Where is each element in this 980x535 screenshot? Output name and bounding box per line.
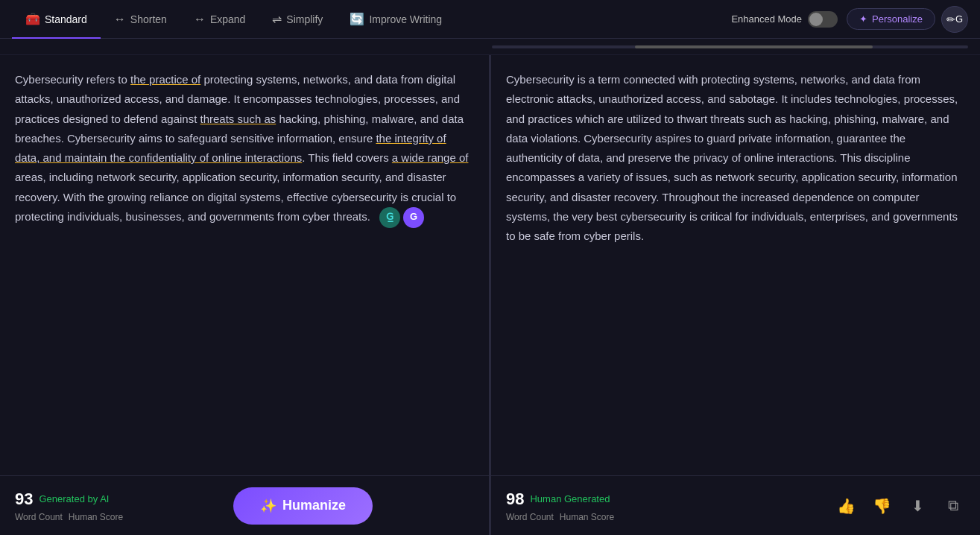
- download-icon: ⬇: [911, 497, 924, 515]
- grammarly-icon[interactable]: G̲: [379, 207, 400, 228]
- standard-icon: 🧰: [25, 12, 40, 26]
- tab-shorten[interactable]: ↔ Shorten: [101, 0, 180, 39]
- right-stats: 98 Human Generated Word Count Human Scor…: [506, 490, 614, 522]
- thumbs-up-button[interactable]: 👍: [834, 494, 858, 518]
- tab-standard-label: Standard: [45, 13, 87, 25]
- thumbs-down-icon: 👎: [873, 497, 891, 515]
- g-icon: ✏: [946, 13, 955, 25]
- tab-simplify[interactable]: ⇌ Simplify: [259, 0, 336, 39]
- right-top-row: 98 Human Generated: [506, 490, 614, 509]
- download-button[interactable]: ⬇: [905, 494, 929, 518]
- thumbs-up-icon: 👍: [837, 497, 856, 515]
- copy-button[interactable]: ⧉: [941, 494, 965, 518]
- expand-icon: ↔: [194, 13, 206, 26]
- tab-standard[interactable]: 🧰 Standard: [12, 0, 101, 39]
- left-human-score-label: Human Score: [69, 512, 123, 522]
- highlight-integrity: the integrity of data, and maintain the …: [15, 132, 446, 164]
- main-content: Cybersecurity refers to the practice of …: [0, 55, 980, 535]
- scroll-track: [492, 45, 968, 48]
- tab-improve-label: Improve Writing: [369, 13, 442, 25]
- right-panel-scroll[interactable]: Cybersecurity is a term connected with p…: [491, 55, 980, 475]
- humanize-icon: ✨: [260, 498, 276, 514]
- highlight-wide-range: a wide range of: [392, 151, 469, 164]
- simplify-icon: ⇌: [272, 12, 282, 26]
- personalize-button[interactable]: ✦ Personalize: [847, 8, 935, 30]
- right-word-count-number: 98: [506, 490, 524, 509]
- tab-expand[interactable]: ↔ Expand: [180, 0, 259, 39]
- top-navigation: 🧰 Standard ↔ Shorten ↔ Expand ⇌ Simplify…: [0, 0, 980, 39]
- humanize-button[interactable]: ✨ Humanize: [233, 487, 373, 525]
- left-panel: Cybersecurity refers to the practice of …: [0, 55, 490, 535]
- enhanced-mode-label: Enhanced Mode: [731, 13, 802, 25]
- horizontal-scroll-bar[interactable]: [0, 39, 980, 55]
- enhanced-mode-control: Enhanced Mode: [731, 11, 838, 28]
- right-human-score-label: Human Score: [560, 512, 614, 522]
- g-label: G: [955, 13, 963, 25]
- tab-expand-label: Expand: [210, 13, 245, 25]
- right-footer-actions: 👍 👎 ⬇ ⧉: [834, 494, 965, 518]
- right-panel: Cybersecurity is a term connected with p…: [491, 55, 980, 535]
- left-panel-text: Cybersecurity refers to the practice of …: [15, 70, 474, 228]
- editor-icons: G̲ G: [379, 207, 424, 228]
- left-word-count-number: 93: [15, 490, 33, 509]
- right-word-count-label: Word Count: [506, 512, 554, 522]
- left-panel-footer: 93 Generated by AI Word Count Human Scor…: [0, 475, 489, 535]
- tab-improve-writing[interactable]: 🔄 Improve Writing: [336, 0, 455, 39]
- thumbs-down-button[interactable]: 👎: [870, 494, 894, 518]
- right-bottom-row: Word Count Human Score: [506, 510, 614, 522]
- toggle-knob: [809, 13, 823, 26]
- humanize-label: Humanize: [282, 498, 346, 513]
- tab-shorten-label: Shorten: [130, 13, 167, 25]
- left-stats: 93 Generated by AI Word Count Human Scor…: [15, 490, 123, 522]
- personalize-icon: ✦: [859, 13, 867, 25]
- improve-icon: 🔄: [350, 12, 364, 26]
- enhanced-mode-toggle[interactable]: [808, 11, 838, 28]
- left-bottom-row: Word Count Human Score: [15, 510, 123, 522]
- highlight-practice: the practice of: [130, 73, 200, 86]
- tab-simplify-label: Simplify: [286, 13, 323, 25]
- right-panel-footer: 98 Human Generated Word Count Human Scor…: [491, 475, 980, 535]
- left-panel-scroll[interactable]: Cybersecurity refers to the practice of …: [0, 55, 489, 475]
- right-human-label: Human Generated: [530, 493, 610, 504]
- left-ai-label: Generated by AI: [39, 493, 109, 504]
- copy-icon: ⧉: [948, 497, 958, 514]
- g2-icon[interactable]: G: [403, 207, 424, 228]
- scroll-thumb: [635, 45, 873, 48]
- left-word-count-label: Word Count: [15, 512, 63, 522]
- shorten-icon: ↔: [114, 13, 126, 26]
- g-button[interactable]: ✏ G: [941, 6, 968, 33]
- left-top-row: 93 Generated by AI: [15, 490, 123, 509]
- personalize-label: Personalize: [872, 13, 923, 25]
- highlight-threats: threats such as: [200, 113, 276, 125]
- right-panel-text: Cybersecurity is a term connected with p…: [506, 70, 965, 246]
